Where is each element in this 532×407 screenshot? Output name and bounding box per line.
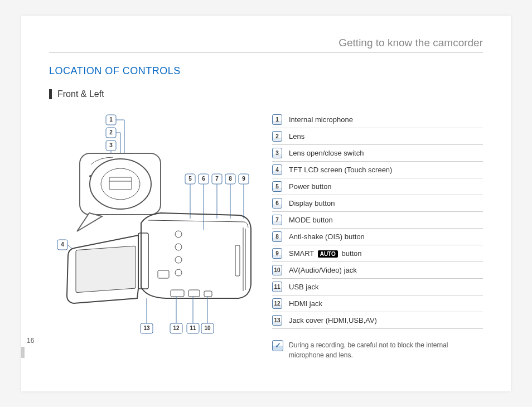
legend-row: 3Lens open/close switch xyxy=(272,145,483,162)
legend-num: 9 xyxy=(272,248,282,259)
callout-7: 7 xyxy=(215,176,219,182)
svg-point-32 xyxy=(175,256,182,263)
svg-point-13 xyxy=(89,175,91,177)
legend-row: 13Jack cover (HDMI,USB,AV) xyxy=(272,312,483,329)
svg-rect-28 xyxy=(138,233,148,289)
legend-label: Display button xyxy=(289,199,335,207)
legend-num: 8 xyxy=(272,231,282,242)
legend-row: 11USB jack xyxy=(272,279,483,295)
note: ✓ During a recording, be careful not to … xyxy=(272,340,483,360)
legend-row: 10AV(Audio/Video) jack xyxy=(272,262,483,279)
legend-label: MODE button xyxy=(289,216,333,224)
svg-rect-35 xyxy=(171,290,184,297)
svg-rect-8 xyxy=(80,153,161,215)
lens-inset xyxy=(77,153,161,231)
legend-row: 4TFT LCD screen (Touch screen) xyxy=(272,162,483,178)
callout-11: 11 xyxy=(190,325,196,331)
legend-table: 1Internal microphone 2Lens 3Lens open/cl… xyxy=(272,112,483,360)
auto-badge: AUTO xyxy=(318,250,338,258)
legend-num: 10 xyxy=(272,265,282,275)
legend-num: 5 xyxy=(272,181,282,192)
legend-label: Power button xyxy=(289,182,332,191)
subheading: Front & Left xyxy=(49,89,483,99)
callout-2: 2 xyxy=(109,129,113,135)
legend-num: 6 xyxy=(272,198,282,209)
svg-rect-36 xyxy=(188,290,200,297)
legend-label: TFT LCD screen (Touch screen) xyxy=(289,166,392,174)
note-icon: ✓ xyxy=(272,340,283,351)
legend-label: Anti-shake (OIS) button xyxy=(289,232,365,241)
section-title: LOCATION OF CONTROLS xyxy=(49,65,483,77)
legend-num: 4 xyxy=(272,164,282,175)
svg-point-30 xyxy=(175,231,182,238)
svg-rect-38 xyxy=(235,245,240,276)
callout-4: 4 xyxy=(61,241,64,248)
legend-row: 7MODE button xyxy=(272,212,483,229)
page-number-bar xyxy=(21,347,25,358)
page-number: 16 xyxy=(25,335,36,347)
content-row: 1 2 3 xyxy=(49,112,483,360)
svg-rect-29 xyxy=(76,246,136,292)
svg-rect-34 xyxy=(158,270,169,278)
legend-num: 13 xyxy=(272,315,282,326)
chapter-title: Getting to know the camcorder xyxy=(49,37,483,53)
callout-13: 13 xyxy=(143,325,150,331)
callout-3: 3 xyxy=(109,142,113,148)
legend-label: Lens open/close switch xyxy=(289,149,364,157)
legend-num: 12 xyxy=(272,298,282,309)
legend-label: USB jack xyxy=(289,283,318,291)
legend-row: 6Display button xyxy=(272,195,483,212)
callout-8: 8 xyxy=(229,176,232,182)
camcorder-body xyxy=(67,213,251,303)
manual-page: Getting to know the camcorder LOCATION O… xyxy=(21,16,511,391)
camcorder-diagram: 1 2 3 xyxy=(49,112,261,360)
legend-label: Internal microphone xyxy=(289,115,353,124)
legend-label: AV(Audio/Video) jack xyxy=(289,266,357,274)
callout-12: 12 xyxy=(173,325,180,331)
legend-row: 1Internal microphone xyxy=(272,112,483,128)
legend-row: 8Anti-shake (OIS) button xyxy=(272,229,483,245)
callout-5: 5 xyxy=(188,176,192,182)
legend-row: 9 SMART AUTO button xyxy=(272,245,483,262)
svg-point-31 xyxy=(175,244,182,250)
legend-num: 3 xyxy=(272,148,282,158)
callout-9: 9 xyxy=(242,176,245,182)
legend-num: 1 xyxy=(272,114,282,125)
legend-row: 5Power button xyxy=(272,178,483,195)
svg-rect-37 xyxy=(204,291,212,297)
legend-num: 2 xyxy=(272,131,282,142)
legend-label: HDMI jack xyxy=(289,299,322,308)
legend-num: 7 xyxy=(272,215,282,225)
svg-point-33 xyxy=(175,269,182,276)
legend-label: Jack cover (HDMI,USB,AV) xyxy=(289,316,377,324)
callout-1: 1 xyxy=(109,117,113,123)
legend-num: 11 xyxy=(272,282,282,292)
legend-row: 12HDMI jack xyxy=(272,295,483,312)
legend-label: SMART AUTO button xyxy=(289,249,362,258)
callout-10: 10 xyxy=(204,325,211,331)
legend-row: 2Lens xyxy=(272,128,483,145)
legend-label: Lens xyxy=(289,132,304,140)
note-text: During a recording, be careful not to bl… xyxy=(289,340,483,360)
callout-6: 6 xyxy=(202,176,205,182)
